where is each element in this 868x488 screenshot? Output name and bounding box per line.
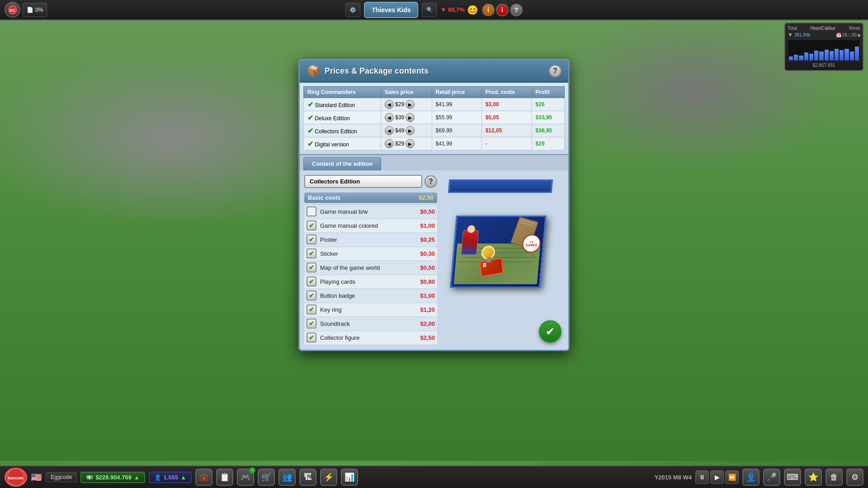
box-base: I ♥GAMES 🃏 bbox=[450, 216, 547, 288]
widget-count1: 28 bbox=[842, 33, 847, 38]
item-checkbox[interactable]: ✔ bbox=[307, 263, 316, 272]
info-icon-2[interactable]: i bbox=[496, 4, 509, 16]
bottom-bar: kencom 🇺🇸 Eggcode 💵 $228.904.769 ▲ 👤 1.5… bbox=[0, 465, 868, 488]
basic-costs-row: Basic costs $2,50 bbox=[304, 192, 437, 203]
power-btn[interactable]: ⚡ bbox=[320, 469, 337, 486]
check-icon[interactable]: ✔ bbox=[307, 127, 313, 135]
gear-icon-box[interactable]: ⚙️ bbox=[345, 3, 360, 17]
pause-btn[interactable]: ⏸ bbox=[695, 470, 709, 484]
content-help-btn[interactable]: ? bbox=[425, 175, 437, 188]
keyboard-btn[interactable]: ⌨ bbox=[784, 469, 801, 486]
price-decrease-btn[interactable]: ◀ bbox=[385, 113, 394, 122]
fast-forward-btn[interactable]: ⏩ bbox=[725, 470, 739, 484]
price-increase-btn[interactable]: ▶ bbox=[406, 126, 415, 135]
sales-price-cell: ◀ $49 ▶ bbox=[381, 124, 432, 137]
chart-bar bbox=[850, 52, 854, 61]
modal-help-btn[interactable]: ? bbox=[549, 65, 561, 77]
play-btn[interactable]: ▶ bbox=[710, 470, 724, 484]
suitcase-btn[interactable]: 💼 bbox=[195, 469, 212, 486]
price-increase-btn[interactable]: ▶ bbox=[406, 139, 415, 148]
item-name: Collector figure bbox=[320, 334, 420, 341]
item-checkbox[interactable]: ✔ bbox=[307, 333, 316, 343]
profit-cell: $36,95 bbox=[532, 124, 564, 137]
item-price: $0,80 bbox=[420, 278, 435, 285]
price-increase-btn[interactable]: ▶ bbox=[406, 113, 415, 122]
edition-name-cell: ✔ Collectors Edition bbox=[304, 124, 381, 137]
clipboard-btn[interactable]: 📋 bbox=[216, 469, 233, 486]
edition-name: Standard Edition bbox=[315, 102, 355, 108]
retail-price-cell: $41.99 bbox=[432, 98, 481, 111]
price-decrease-btn[interactable]: ◀ bbox=[385, 126, 394, 135]
search-icon: 🔍 bbox=[426, 7, 433, 13]
progress-box: 📄 0% bbox=[23, 3, 47, 17]
info-icon-3[interactable]: ? bbox=[510, 4, 523, 16]
company-logo-btn[interactable]: kencom bbox=[5, 468, 27, 487]
profile-btn[interactable]: 👤 bbox=[742, 469, 760, 486]
item-name: Button badge bbox=[320, 292, 420, 299]
gamepad-btn[interactable]: 🎮 + bbox=[237, 469, 254, 486]
checkmark-icon: ✔ bbox=[309, 334, 314, 341]
office-btn[interactable]: 🏗 bbox=[299, 469, 316, 486]
item-checkbox[interactable]: ✔ bbox=[307, 277, 316, 286]
search-icon-box[interactable]: 🔍 bbox=[422, 3, 437, 17]
item-name: Poster bbox=[320, 236, 420, 243]
settings-btn[interactable]: ⚙ bbox=[846, 469, 863, 486]
item-price: $2,50 bbox=[420, 334, 435, 341]
item-checkbox[interactable] bbox=[307, 206, 316, 216]
item-checkbox[interactable]: ✔ bbox=[307, 235, 316, 244]
item-name: Playing cards bbox=[320, 278, 420, 285]
checkmark-icon: ✔ bbox=[309, 306, 314, 313]
item-checkbox[interactable]: ✔ bbox=[307, 319, 316, 328]
edition-name-cell: ✔ Digital version bbox=[304, 137, 381, 150]
chart-btn[interactable]: 📊 bbox=[341, 469, 358, 486]
content-body: Collectors Edition Standard Edition Delu… bbox=[300, 170, 568, 350]
edition-name-cell: ✔ Deluxe Edition bbox=[304, 111, 381, 124]
star-btn[interactable]: ⭐ bbox=[805, 469, 822, 486]
widget-week-label: Week bbox=[849, 26, 860, 31]
item-checkbox[interactable]: ✔ bbox=[307, 221, 316, 230]
shop-btn[interactable]: 🛒 bbox=[258, 469, 275, 486]
content-tab[interactable]: Content of the edition bbox=[303, 157, 381, 170]
table-row: ✔ Collectors Edition ◀ $49 ▶ $69.99 $12,… bbox=[304, 124, 565, 137]
flag-icon: 🇺🇸 bbox=[31, 472, 42, 483]
main-menu-btn[interactable]: KC bbox=[5, 2, 20, 18]
widget-player-name: HeartCalibur bbox=[810, 26, 835, 31]
item-checkbox[interactable]: ✔ bbox=[307, 291, 316, 300]
price-decrease-btn[interactable]: ◀ bbox=[385, 100, 394, 109]
power-icon: ⚡ bbox=[324, 472, 334, 482]
item-price: $0,30 bbox=[420, 250, 435, 257]
suitcase-icon: 💼 bbox=[199, 472, 209, 482]
price-increase-btn[interactable]: ▶ bbox=[406, 100, 415, 109]
top-bar-left: KC 📄 0% bbox=[5, 2, 47, 18]
rating-bar: ▼ 90,7% 😊 bbox=[441, 5, 478, 15]
list-item: ✔ Map of the game world $0,50 bbox=[304, 261, 437, 274]
col-retail-price: Retail price bbox=[432, 87, 481, 98]
player-name: Eggcode bbox=[46, 472, 77, 482]
confirm-btn[interactable]: ✔ bbox=[539, 320, 561, 343]
check-icon[interactable]: ✔ bbox=[307, 101, 313, 108]
trash-btn[interactable]: 🗑 bbox=[826, 469, 843, 486]
table-row: ✔ Digital version ◀ $29 ▶ $41.99 - $29 bbox=[304, 137, 565, 150]
edition-name: Digital version bbox=[315, 141, 349, 148]
check-icon[interactable]: ✔ bbox=[307, 140, 313, 148]
item-checkbox[interactable]: ✔ bbox=[307, 305, 316, 314]
checkmark-icon: ✔ bbox=[309, 236, 314, 243]
list-item: ✔ Button badge $1,00 bbox=[304, 289, 437, 302]
check-icon[interactable]: ✔ bbox=[307, 114, 313, 122]
game-title-box: Thieves Kids bbox=[364, 2, 418, 18]
people-btn[interactable]: 👥 bbox=[278, 469, 296, 486]
modal-header: 📦 Prices & Package contents ? bbox=[300, 60, 568, 83]
mic-btn[interactable]: 🎤 bbox=[763, 469, 780, 486]
edition-dropdown[interactable]: Collectors Edition Standard Edition Delu… bbox=[304, 175, 422, 188]
modal-overlay: 📦 Prices & Package contents ? Ring Comma… bbox=[298, 59, 570, 351]
info-icon-1[interactable]: i bbox=[482, 4, 495, 16]
prod-costs-cell: $5,05 bbox=[481, 111, 532, 124]
price-decrease-btn[interactable]: ◀ bbox=[385, 139, 394, 148]
badge: + bbox=[249, 467, 255, 474]
widget-bottom-value: $2.867.691 bbox=[812, 63, 835, 68]
star-icon: ⭐ bbox=[808, 472, 818, 482]
chart-bar bbox=[794, 55, 798, 61]
list-item: ✔ Soundtrack $2,00 bbox=[304, 317, 437, 330]
profit-cell: $33,95 bbox=[532, 111, 564, 124]
item-checkbox[interactable]: ✔ bbox=[307, 249, 316, 258]
